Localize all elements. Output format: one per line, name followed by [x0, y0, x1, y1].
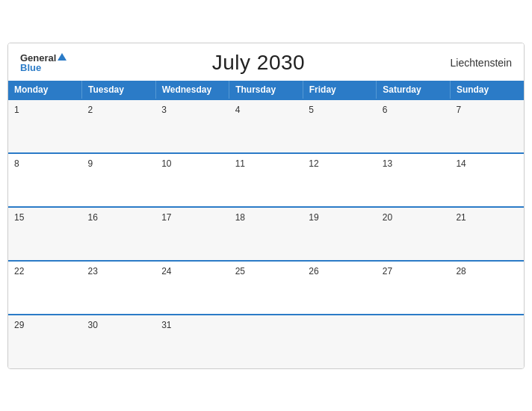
day-number: 16: [88, 212, 98, 223]
calendar-day-cell: 16: [82, 207, 156, 261]
calendar-week-row: 15161718192021: [8, 207, 524, 261]
day-number: 12: [309, 158, 318, 169]
calendar-week-row: 293031: [8, 315, 524, 368]
calendar-day-cell: 17: [155, 207, 229, 261]
day-number: 25: [235, 266, 245, 276]
day-number: 30: [88, 320, 98, 330]
calendar-day-cell: 29: [8, 315, 82, 368]
calendar-header: General Blue July 2030 Liechtenstein: [8, 43, 524, 81]
day-number: 5: [309, 105, 314, 115]
weekday-header-row: Monday Tuesday Wednesday Thursday Friday…: [8, 81, 524, 99]
calendar-day-cell: 19: [303, 207, 377, 261]
calendar-day-cell: 1: [8, 99, 82, 153]
calendar-day-cell: 6: [377, 99, 451, 153]
header-thursday: Thursday: [229, 81, 303, 99]
day-number: 21: [456, 212, 466, 223]
header-sunday: Sunday: [450, 81, 524, 99]
day-number: 11: [235, 158, 245, 169]
calendar-day-cell: 9: [82, 153, 156, 207]
calendar-day-cell: 20: [377, 207, 451, 261]
day-number: 23: [88, 266, 98, 276]
calendar-week-row: 22232425262728: [8, 261, 524, 315]
calendar-day-cell: [303, 315, 377, 368]
calendar-day-cell: 24: [155, 261, 229, 315]
day-number: 28: [456, 266, 466, 276]
day-number: 15: [14, 212, 24, 223]
calendar-day-cell: 5: [303, 99, 377, 153]
calendar-day-cell: 3: [155, 99, 229, 153]
calendar-day-cell: 21: [450, 207, 524, 261]
day-number: 24: [161, 266, 171, 276]
day-number: 1: [14, 105, 19, 115]
day-number: 27: [383, 266, 392, 276]
day-number: 3: [161, 105, 167, 115]
calendar-day-cell: 31: [155, 315, 229, 368]
calendar-day-cell: 4: [229, 99, 303, 153]
day-number: 10: [161, 158, 171, 169]
calendar-day-cell: 2: [82, 99, 156, 153]
calendar-day-cell: 27: [377, 261, 451, 315]
logo: General Blue: [20, 53, 66, 72]
header-friday: Friday: [303, 81, 377, 99]
logo-blue-text: Blue: [20, 63, 66, 72]
month-title: July 2030: [212, 51, 305, 75]
day-number: 14: [456, 158, 466, 169]
day-number: 20: [383, 212, 392, 223]
calendar-week-row: 1234567: [8, 99, 524, 153]
day-number: 17: [161, 212, 171, 223]
day-number: 7: [456, 105, 461, 115]
calendar-table: Monday Tuesday Wednesday Thursday Friday…: [8, 81, 524, 368]
header-monday: Monday: [8, 81, 82, 99]
calendar-day-cell: 28: [450, 261, 524, 315]
header-wednesday: Wednesday: [155, 81, 229, 99]
calendar-container: General Blue July 2030 Liechtenstein Mon…: [7, 43, 525, 369]
calendar-day-cell: 8: [8, 153, 82, 207]
calendar-day-cell: 23: [82, 261, 156, 315]
calendar-day-cell: 22: [8, 261, 82, 315]
country-name: Liechtenstein: [450, 57, 512, 69]
calendar-day-cell: 10: [155, 153, 229, 207]
calendar-day-cell: 11: [229, 153, 303, 207]
header-saturday: Saturday: [377, 81, 451, 99]
day-number: 19: [309, 212, 318, 223]
day-number: 2: [88, 105, 93, 115]
logo-triangle-icon: [58, 53, 66, 61]
day-number: 9: [88, 158, 93, 169]
calendar-day-cell: [450, 315, 524, 368]
calendar-day-cell: [229, 315, 303, 368]
calendar-day-cell: 15: [8, 207, 82, 261]
calendar-day-cell: [377, 315, 451, 368]
calendar-day-cell: 14: [450, 153, 524, 207]
calendar-day-cell: 26: [303, 261, 377, 315]
day-number: 8: [14, 158, 19, 169]
day-number: 22: [14, 266, 24, 276]
calendar-day-cell: 7: [450, 99, 524, 153]
day-number: 18: [235, 212, 245, 223]
calendar-week-row: 891011121314: [8, 153, 524, 207]
day-number: 6: [383, 105, 388, 115]
calendar-day-cell: 13: [377, 153, 451, 207]
day-number: 4: [235, 105, 241, 115]
day-number: 29: [14, 320, 24, 330]
logo-general-text: General: [20, 53, 56, 63]
day-number: 13: [383, 158, 392, 169]
day-number: 26: [309, 266, 318, 276]
calendar-day-cell: 25: [229, 261, 303, 315]
calendar-day-cell: 12: [303, 153, 377, 207]
calendar-day-cell: 30: [82, 315, 156, 368]
calendar-day-cell: 18: [229, 207, 303, 261]
header-tuesday: Tuesday: [82, 81, 156, 99]
day-number: 31: [161, 320, 171, 330]
